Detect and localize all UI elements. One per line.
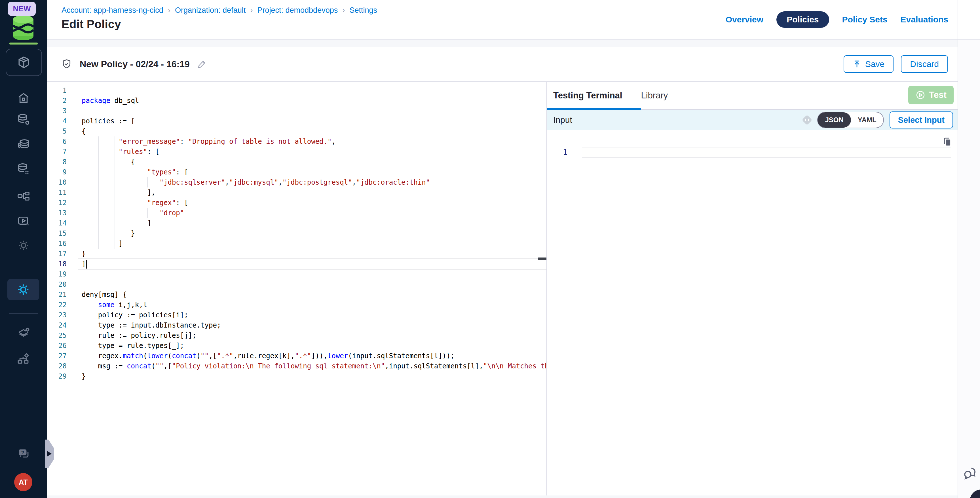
breadcrumb-organization[interactable]: Organization: default [175,6,245,15]
tab-policies-active[interactable]: Policies [776,11,829,28]
code-line-12[interactable]: 12 "regex": [ [47,198,546,208]
tab-evaluations[interactable]: Evaluations [900,15,948,24]
code-line-2[interactable]: 2package db_sql [47,95,546,106]
code-line-10[interactable]: 10 "jdbc:sqlserver","jdbc:mysql","jdbc:p… [47,177,546,188]
code-line-22[interactable]: 22 some i,j,k,l [47,300,546,310]
test-button[interactable]: Test [908,86,954,104]
content-right-divider [958,0,958,498]
input-active-line[interactable] [582,147,951,158]
code-lines: 12package db_sql34policies := [5{6 "erro… [47,85,546,382]
code-line-29[interactable]: 29} [47,371,546,382]
breadcrumb-settings[interactable]: Settings [350,6,377,15]
code-line-19[interactable]: 19 [47,269,546,279]
toggle-yaml[interactable]: YAML [851,116,883,124]
edit-pencil-icon[interactable] [197,59,207,69]
sidebar-item-settings-dim[interactable] [0,239,47,252]
sidebar-item-default-settings[interactable] [0,326,47,340]
pipeline-icon [16,190,30,203]
code-line-24[interactable]: 24 type := input.dbInstance.type; [47,320,546,330]
line-number: 21 [47,290,67,300]
module-selector-button[interactable] [6,49,42,76]
code-line-6[interactable]: 6 "error_message": "Dropping of table is… [47,137,546,146]
line-number: 1 [47,85,67,95]
line-number: 15 [47,228,67,239]
line-number: 17 [47,249,67,259]
harness-dbdevops-logo[interactable] [10,13,37,41]
code-line-8[interactable]: 8 { [47,157,546,167]
input-editor[interactable]: 1 [547,130,958,495]
executions-play-icon [17,215,30,228]
format-toggle[interactable]: JSON YAML [817,112,884,128]
user-avatar[interactable]: AT [14,473,32,491]
policy-nav: Overview Policies Policy Sets Evaluation… [725,11,948,28]
line-number: 12 [47,198,67,208]
editor-toolbar: New Policy - 02/24 - 16:19 [47,47,958,82]
overview-ruler-cursor-mark [538,258,546,260]
sidebar-item-pipelines[interactable] [0,190,47,203]
gear-active-icon [16,282,30,297]
text-cursor [86,260,87,269]
code-line-27[interactable]: 27 regex.match(lower(concat("",[".*",rul… [47,351,546,361]
tab-testing-terminal[interactable]: Testing Terminal [553,91,622,101]
layers-gear-icon [16,326,30,340]
code-line-26[interactable]: 26 type = rule.types[_]; [47,340,546,351]
code-line-15[interactable]: 15 } [47,228,546,239]
code-line-18[interactable]: 18] [47,259,546,269]
line-number: 9 [47,167,67,177]
sidebar-divider [10,313,38,313]
line-number: 7 [47,146,67,157]
code-line-17[interactable]: 17} [47,249,546,259]
support-chat-icon[interactable] [962,465,978,481]
select-input-button[interactable]: Select Input [889,111,953,129]
breadcrumb-account[interactable]: Account: app-harness-ng-cicd [62,6,163,15]
tab-overview[interactable]: Overview [725,15,764,24]
database-gear-icon [17,113,30,126]
right-gutter [958,40,980,498]
app-root: NEW [0,0,980,498]
input-line-1[interactable]: 1 [547,147,958,158]
discard-button[interactable]: Discard [901,55,948,73]
tab-policy-sets[interactable]: Policy Sets [842,15,888,24]
code-line-1[interactable]: 1 [47,85,546,95]
line-number: 13 [47,208,67,218]
code-line-4[interactable]: 4policies := [ [47,116,546,126]
policy-code-editor[interactable]: 12package db_sql34policies := [5{6 "erro… [47,82,547,495]
sidebar-item-databases[interactable] [0,138,47,151]
code-line-23[interactable]: 23 policy := policies[i]; [47,310,546,320]
panel-tabs: Testing Terminal Library Test [547,82,958,110]
tab-library[interactable]: Library [641,91,668,101]
sidebar-item-executions[interactable] [0,215,47,228]
sidebar-item-db-instances[interactable] [0,113,47,126]
code-line-16[interactable]: 16 ] [47,239,546,249]
code-line-5[interactable]: 5{ [47,126,546,137]
line-number: 16 [47,239,67,249]
code-line-21[interactable]: 21deny[msg] { [47,290,546,300]
code-line-11[interactable]: 11 ], [47,188,546,198]
code-line-28[interactable]: 28 msg := concat("",["Policy violation:\… [47,361,546,371]
code-line-3[interactable]: 3 [47,106,546,116]
code-line-7[interactable]: 7 "rules": [ [47,146,546,157]
line-number: 5 [47,126,67,137]
line-number: 3 [47,106,67,116]
new-badge: NEW [8,2,36,16]
line-number: 24 [47,320,67,330]
line-number: 26 [47,340,67,351]
sidebar-item-home[interactable] [0,91,47,104]
code-line-25[interactable]: 25 rule := policy.rules[j]; [47,330,546,340]
input-label: Input [553,115,801,125]
sidebar-item-help[interactable]: ? [0,447,47,461]
code-line-14[interactable]: 14 ] [47,218,546,228]
copy-icon[interactable] [942,136,953,147]
line-number: 19 [47,269,67,279]
code-line-20[interactable]: 20 [47,279,546,290]
toggle-json[interactable]: JSON [818,112,851,127]
save-button[interactable]: Save [843,55,894,73]
sidebar-item-project-settings-active[interactable] [7,279,39,300]
sidebar-item-account-resources[interactable] [0,352,47,366]
line-number: 14 [47,218,67,228]
code-line-9[interactable]: 9 "types": [ [47,167,546,177]
line-number: 2 [47,95,67,106]
breadcrumb-project[interactable]: Project: demodbdevops [258,6,338,15]
sidebar-item-db-schemas[interactable] [0,162,47,176]
code-line-13[interactable]: 13 "drop" [47,208,546,218]
